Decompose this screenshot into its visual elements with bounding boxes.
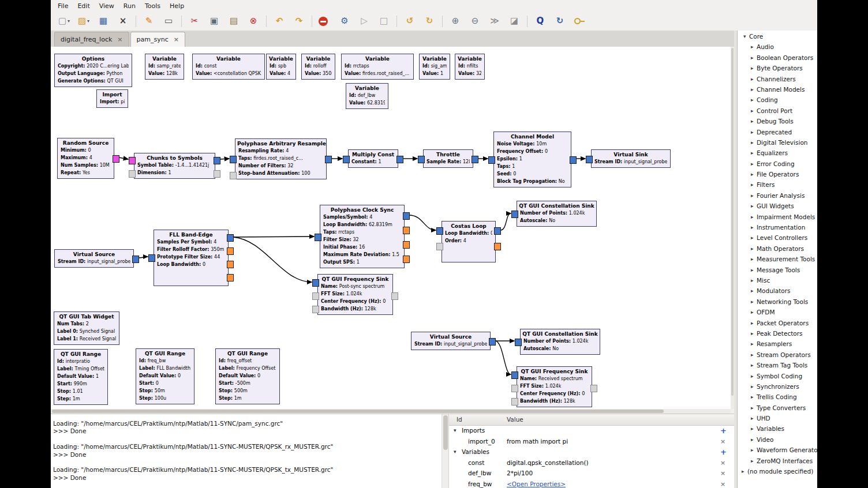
variables-group-imports[interactable]: ▾Imports+ (449, 426, 735, 437)
blue-port[interactable] (227, 234, 234, 242)
expander-closed-icon[interactable]: ▸ (751, 224, 754, 230)
tree-category-channelizers[interactable]: ▸Channelizers (738, 74, 817, 85)
tab-close-icon[interactable]: × (174, 36, 179, 43)
variable-row-def-lbw[interactable]: def_lbw2*pi/100× (449, 468, 735, 479)
menu-view[interactable]: View (95, 1, 119, 12)
tree-category-misc[interactable]: ▸Misc (738, 276, 817, 286)
expander-closed-icon[interactable]: ▸ (751, 405, 754, 411)
menu-edit[interactable]: Edit (73, 1, 94, 12)
variable-row-import-0[interactable]: import_0from math import pi× (449, 437, 735, 448)
tree-category-networking-tools[interactable]: ▸Networking Tools (738, 297, 817, 307)
block-options[interactable]: OptionsCopyright: 2020 C...ering LabOutp… (54, 54, 132, 87)
blue-port[interactable] (315, 234, 321, 241)
gray-port[interactable] (214, 170, 220, 178)
add-imports-icon[interactable]: + (720, 426, 727, 435)
expander-open-icon[interactable]: ▾ (454, 449, 457, 455)
block-qt-gui-constellation-sink-1[interactable]: QT GUI Constellation SinkNumber of Point… (517, 201, 597, 227)
expander-closed-icon[interactable]: ▸ (751, 76, 754, 82)
canvas-horizontal-scrollbar[interactable] (51, 409, 731, 414)
tree-category-filters[interactable]: ▸Filters (738, 180, 817, 190)
blue-port[interactable] (132, 256, 139, 263)
expander-closed-icon[interactable]: ▸ (751, 458, 754, 464)
tree-category-audio[interactable]: ▸Audio (738, 42, 817, 52)
tab-digital-freq-lock[interactable]: digital_freq_lock× (54, 32, 129, 47)
expander-closed-icon[interactable]: ▸ (751, 437, 754, 442)
scrollbar-thumb[interactable] (443, 415, 448, 450)
expander-closed-icon[interactable]: ▸ (751, 299, 754, 305)
zoom-in-button[interactable]: ⊕ (447, 14, 464, 28)
tree-category-video[interactable]: ▸Video (738, 435, 817, 445)
block-multiply-const[interactable]: Multiply ConstConstant: 1 (348, 149, 398, 168)
blue-port[interactable] (494, 227, 501, 235)
expander-closed-icon[interactable]: ▸ (751, 320, 754, 326)
tree-category-fourier-analysis[interactable]: ▸Fourier Analysis (738, 191, 817, 201)
tree-category-symbol-coding[interactable]: ▸Symbol Coding (738, 371, 817, 382)
menu-file[interactable]: File (53, 1, 73, 12)
expander-closed-icon[interactable]: ▸ (751, 256, 754, 262)
snap-to-grid-button[interactable]: ◪ (506, 14, 523, 28)
rotate-cw-button[interactable]: ↻ (421, 14, 438, 28)
tree-category-stream-operators[interactable]: ▸Stream Operators (738, 350, 817, 361)
expander-closed-icon[interactable]: ▸ (751, 373, 754, 379)
blue-port[interactable] (230, 156, 237, 163)
expander-closed-icon[interactable]: ▸ (751, 161, 754, 167)
orange-port[interactable] (227, 261, 234, 268)
tree-category-gui-widgets[interactable]: ▸GUI Widgets (738, 201, 817, 212)
tree-category-stream-tag-tools[interactable]: ▸Stream Tag Tools (738, 361, 817, 371)
block-qt-gui-range-freq-offset[interactable]: QT GUI RangeId: freq_offsetLabel: Freque… (215, 348, 280, 404)
connection-virtual-source-1-to-fll-band-edge[interactable] (139, 257, 148, 258)
gray-port[interactable] (391, 292, 398, 300)
gray-port[interactable] (129, 170, 136, 178)
connection-costas-loop-to-qt-gui-constellation-sink-1[interactable] (500, 213, 511, 230)
tree-category-level-controllers[interactable]: ▸Level Controllers (738, 233, 817, 243)
fullscreen-button[interactable]: ▭ (160, 14, 177, 28)
tree-category-coding[interactable]: ▸Coding (738, 95, 817, 106)
expander-closed-icon[interactable]: ▸ (751, 214, 754, 220)
connection-random-source-to-chunks-to-symbols[interactable] (119, 157, 128, 159)
expander-closed-icon[interactable]: ▸ (751, 44, 754, 50)
orange-port[interactable] (494, 243, 501, 250)
block-variable-const[interactable]: VariableId: constValue: <constellation Q… (192, 54, 265, 80)
tree-category-byte-operators[interactable]: ▸Byte Operators (738, 63, 817, 74)
orange-port[interactable] (227, 247, 234, 255)
expander-closed-icon[interactable]: ▸ (751, 235, 754, 241)
block-variable-sig-amp[interactable]: VariableId: sig_ampValue: 1 (419, 54, 450, 80)
expander-closed-icon[interactable]: ▸ (751, 277, 754, 283)
block-qt-gui-frequency-sink-2[interactable]: QT GUI Frequency SinkName: Received spec… (517, 366, 592, 407)
block-virtual-source-1[interactable]: Virtual SourceStream ID: input_signal_pr… (54, 249, 134, 268)
tree-category-variables[interactable]: ▸Variables (738, 424, 817, 434)
block-throttle[interactable]: ThrottleSample Rate: 128k (423, 149, 473, 168)
tree-category-error-coding[interactable]: ▸Error Coding (738, 159, 817, 170)
blue-port[interactable] (403, 212, 410, 220)
connection-chunks-to-symbols-to-polyphase-arbitrary-resampler[interactable] (220, 159, 229, 159)
expander-closed-icon[interactable]: ▸ (751, 140, 754, 145)
orange-port[interactable] (403, 256, 410, 263)
expander-closed-icon[interactable]: ▸ (751, 150, 754, 156)
menu-help[interactable]: Help (165, 1, 189, 12)
menu-tools[interactable]: Tools (140, 1, 165, 12)
expander-closed-icon[interactable]: ▸ (751, 193, 754, 198)
expander-closed-icon[interactable]: ▸ (751, 171, 754, 177)
expander-closed-icon[interactable]: ▸ (751, 182, 754, 187)
block-variable-samp-rate[interactable]: VariableId: samp_rateValue: 128k (145, 54, 184, 80)
cut-button[interactable]: ✂ (186, 14, 203, 28)
block-import-pi[interactable]: ImportImport: pi (96, 89, 128, 108)
dropdown-arrow-icon[interactable]: ▾ (68, 18, 70, 24)
blue-port[interactable] (489, 338, 496, 346)
connection-fll-band-edge-to-qt-gui-frequency-sink-1[interactable] (233, 237, 312, 282)
blue-port[interactable] (214, 157, 220, 164)
tree-category-channel-models[interactable]: ▸Channel Models (738, 85, 817, 95)
tree-category-peak-detectors[interactable]: ▸Peak Detectors (738, 329, 817, 339)
expander-closed-icon[interactable]: ▸ (751, 394, 754, 400)
tree-category-resamplers[interactable]: ▸Resamplers (738, 339, 817, 350)
expander-closed-icon[interactable]: ▸ (751, 55, 754, 61)
tree-category-packet-operators[interactable]: ▸Packet Operators (738, 318, 817, 329)
tree-category-modulators[interactable]: ▸Modulators (738, 286, 817, 296)
tab-close-icon[interactable]: × (117, 36, 122, 43)
menu-run[interactable]: Run (119, 1, 140, 12)
blue-port[interactable] (586, 156, 593, 163)
reload-blocks-button[interactable]: ↻ (551, 14, 568, 28)
block-variable-nfilts[interactable]: VariableId: nfiltsValue: 32 (455, 54, 485, 80)
expander-closed-icon[interactable]: ▸ (751, 447, 754, 453)
expander-closed-icon[interactable]: ▸ (751, 87, 754, 92)
